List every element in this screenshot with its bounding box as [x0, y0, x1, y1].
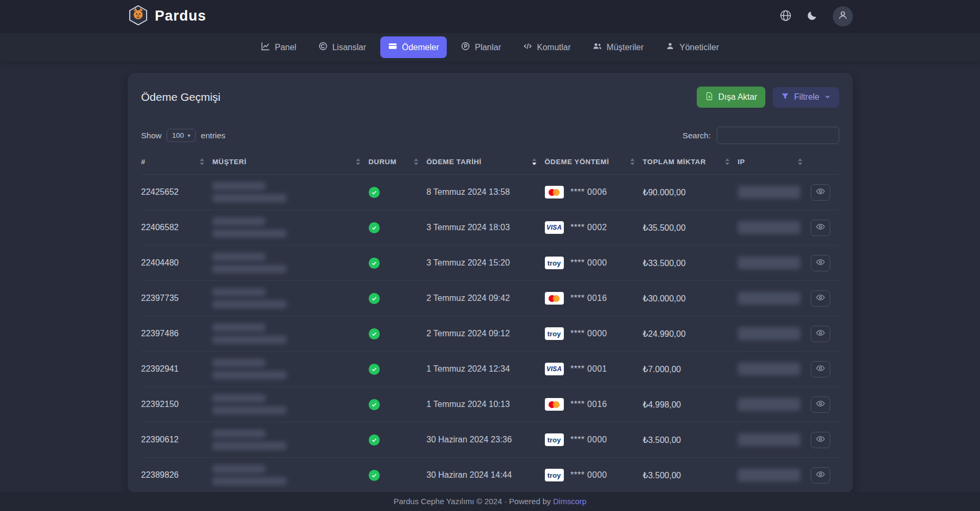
blurred-customer-email: [213, 194, 286, 202]
nav-item-musteriler[interactable]: Müşteriler: [585, 36, 651, 58]
col-header-ip[interactable]: IP: [738, 155, 811, 175]
globe-icon: [780, 10, 792, 23]
payment-amount: ₺35.500,00: [643, 210, 738, 245]
payment-method-icon: troy: [545, 433, 564, 446]
eye-icon: [816, 258, 825, 268]
payment-id: 22392150: [141, 387, 213, 422]
payment-id: 22389826: [141, 458, 213, 493]
card-brand-label: VISA: [546, 365, 562, 373]
top-header: Pardus: [0, 0, 980, 33]
blurred-customer-name: [213, 288, 265, 296]
card-last-digits: **** 0006: [571, 187, 607, 197]
table-header-row: # MÜŞTERİ DURUM ÖDEME TARİHİ: [141, 155, 839, 175]
view-payment-button[interactable]: [811, 467, 830, 484]
col-header-date[interactable]: ÖDEME TARİHİ: [427, 155, 545, 175]
footer-text: Pardus Cephe Yazılımı © 2024 · Powered b…: [393, 497, 551, 506]
blurred-ip: [738, 469, 800, 481]
view-payment-button[interactable]: [811, 290, 830, 307]
payment-method-icon: [545, 398, 564, 411]
entries-label: entries: [201, 131, 226, 140]
search-input[interactable]: [717, 127, 839, 144]
blurred-customer-email: [213, 442, 286, 450]
payment-id: 22406582: [141, 210, 213, 245]
eye-icon: [816, 434, 825, 445]
status-success-icon: [369, 470, 380, 481]
view-payment-button[interactable]: [811, 184, 830, 201]
sort-icons: [798, 158, 802, 165]
view-payment-button[interactable]: [811, 396, 830, 413]
blurred-customer-name: [213, 394, 265, 402]
blurred-customer-name: [213, 359, 265, 367]
payment-method-icon: [545, 186, 564, 198]
nav-item-panel[interactable]: Panel: [253, 36, 304, 58]
sort-icons: [356, 158, 360, 165]
payments-table: # MÜŞTERİ DURUM ÖDEME TARİHİ: [141, 155, 839, 492]
view-payment-button[interactable]: [811, 432, 830, 448]
blurred-customer-email: [213, 336, 286, 344]
blurred-ip: [738, 398, 800, 411]
payment-amount: ₺90.000,00: [643, 175, 738, 210]
customer-blurred: [213, 288, 363, 308]
blurred-ip: [738, 327, 800, 340]
eye-icon: [816, 364, 825, 374]
col-header-id[interactable]: #: [141, 155, 213, 175]
table-row: 22390612: [141, 422, 839, 458]
blurred-ip: [738, 363, 800, 375]
footer-link[interactable]: Dimscorp: [553, 497, 586, 506]
filter-button[interactable]: Filtrele: [773, 87, 839, 108]
payment-amount: ₺3.500,00: [643, 422, 738, 458]
view-payment-button[interactable]: [811, 220, 830, 236]
card-last-digits: **** 0000: [571, 329, 607, 338]
nav-item-lisanslar[interactable]: Lisanslar: [311, 36, 374, 58]
page-size-select[interactable]: 100 ▾: [167, 129, 196, 142]
payment-method-icon: troy: [545, 257, 564, 269]
view-payment-button[interactable]: [811, 326, 830, 342]
payment-date: 30 Haziran 2024 14:44: [427, 458, 545, 493]
status-success-icon: [369, 187, 380, 198]
table-row: 22425652: [141, 175, 839, 210]
table-row: 22397486: [141, 316, 839, 352]
nav-item-komutlar[interactable]: Komutlar: [515, 36, 579, 58]
export-button[interactable]: Dışa Aktar: [697, 87, 766, 108]
nav-item-odemeler[interactable]: Ödemeler: [380, 36, 447, 58]
payment-amount: ₺30.000,00: [643, 281, 738, 316]
view-payment-button[interactable]: [811, 255, 830, 271]
sort-icons: [414, 158, 418, 165]
theme-toggle-button[interactable]: [806, 10, 818, 23]
blurred-customer-email: [213, 230, 286, 238]
view-payment-button[interactable]: [811, 361, 830, 377]
payment-id: 22397486: [141, 316, 213, 352]
page-footer: Pardus Cephe Yazılımı © 2024 · Powered b…: [0, 492, 980, 511]
col-header-status[interactable]: DURUM: [369, 155, 427, 175]
col-header-customer[interactable]: MÜŞTERİ: [213, 155, 369, 175]
status-success-icon: [369, 328, 380, 339]
account-button[interactable]: [833, 6, 853, 26]
brand-logo[interactable]: Pardus: [128, 5, 207, 28]
pardus-logo-icon: [128, 5, 149, 28]
customer-blurred: [213, 253, 363, 273]
card-brand-label: VISA: [546, 224, 562, 231]
payment-id: 22390612: [141, 422, 213, 458]
card-brand-label: troy: [547, 471, 561, 479]
payment-amount: ₺33.500,00: [643, 245, 738, 281]
card-last-digits: **** 0016: [571, 294, 607, 303]
status-success-icon: [369, 222, 380, 233]
blurred-customer-name: [213, 253, 265, 261]
card-last-digits: **** 0000: [571, 258, 607, 268]
payment-date: 8 Temmuz 2024 13:58: [427, 175, 545, 210]
payment-history-card: Ödeme Geçmişi Dışa Aktar: [128, 73, 853, 492]
eye-icon: [816, 328, 825, 339]
customer-blurred: [213, 359, 363, 379]
file-export-icon: [705, 92, 714, 102]
payment-method-icon: troy: [545, 327, 564, 340]
language-globe-button[interactable]: [780, 10, 792, 23]
blurred-ip: [738, 292, 800, 305]
eye-icon: [816, 399, 825, 410]
payment-amount: ₺4.998,00: [643, 387, 738, 422]
status-success-icon: [369, 399, 380, 410]
nav-item-planlar[interactable]: Planlar: [453, 36, 509, 58]
col-header-method[interactable]: ÖDEME YÖNTEMİ: [545, 155, 643, 175]
nav-item-yoneticiler[interactable]: Yöneticiler: [658, 36, 727, 58]
col-header-amount[interactable]: TOPLAM MİKTAR: [643, 155, 738, 175]
code-icon: [523, 42, 532, 53]
